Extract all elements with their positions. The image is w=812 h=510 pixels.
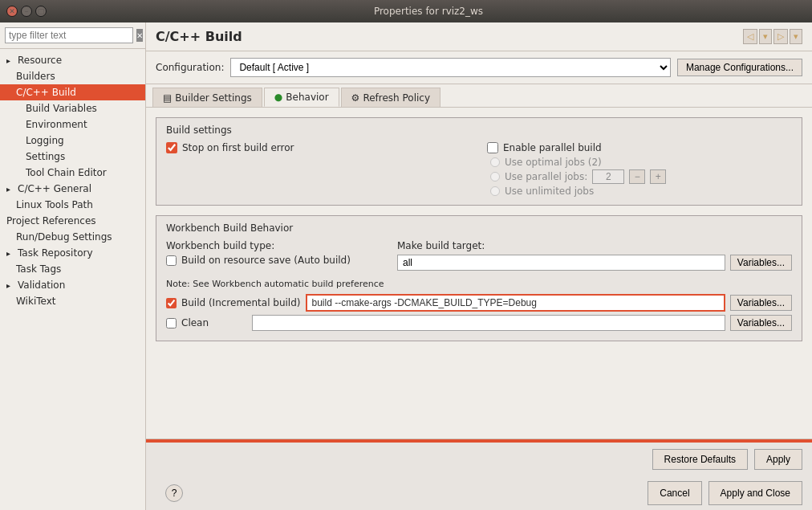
apply-button[interactable]: Apply xyxy=(754,449,802,470)
parallel-jobs-radio[interactable] xyxy=(490,172,500,182)
close-button[interactable]: ✕ xyxy=(6,6,18,17)
expand-icon: ▸ xyxy=(6,249,14,258)
sidebar-item-project-references[interactable]: Project References xyxy=(0,213,145,229)
sidebar-item-label: Validation xyxy=(18,279,65,291)
unlimited-jobs-radio[interactable] xyxy=(490,186,500,196)
unlimited-jobs-row: Use unlimited jobs xyxy=(487,186,792,197)
parallel-jobs-input[interactable] xyxy=(592,169,624,184)
clean-variables-button[interactable]: Variables... xyxy=(730,315,792,331)
optimal-jobs-label: Use optimal jobs (2) xyxy=(505,157,602,168)
sidebar-item-build-variables[interactable]: Build Variables xyxy=(0,100,145,116)
sidebar-item-wikitext[interactable]: WikiText xyxy=(0,293,145,309)
window-controls[interactable]: ✕ – □ xyxy=(6,6,47,17)
sidebar-item-ccpp-general[interactable]: ▸C/C++ General xyxy=(0,181,145,197)
expand-icon: ▸ xyxy=(6,185,14,194)
nav-back-button[interactable]: ◁ xyxy=(743,29,757,44)
sidebar-item-linux-tools-path[interactable]: Linux Tools Path xyxy=(0,197,145,213)
sidebar-item-logging[interactable]: Logging xyxy=(0,133,145,149)
sidebar-item-builders[interactable]: Builders xyxy=(0,68,145,84)
content-area: C/C++ Build ◁ ▾ ▷ ▾ Configuration: Defau… xyxy=(146,22,812,510)
window-title: Properties for rviz2_ws xyxy=(51,6,806,17)
sidebar-item-label: WikiText xyxy=(16,296,56,307)
sidebar-item-task-repository[interactable]: ▸Task Repository xyxy=(0,245,145,261)
build-settings-left: Stop on first build error xyxy=(166,142,471,198)
sidebar-item-run-debug-settings[interactable]: Run/Debug Settings xyxy=(0,229,145,245)
tabs-bar: ▤ Builder Settings ● Behavior ⚙ Refresh … xyxy=(146,84,812,108)
workbench-type-label: Workbench build type: xyxy=(166,240,391,251)
sidebar-item-label: Run/Debug Settings xyxy=(16,231,112,243)
manage-configurations-button[interactable]: Manage Configurations... xyxy=(677,59,802,76)
bottom-buttons-row: Restore Defaults Apply xyxy=(146,443,812,476)
workbench-title: Workbench Build Behavior xyxy=(166,222,792,234)
sidebar-tree: ▸ResourceBuildersC/C++ BuildBuild Variab… xyxy=(0,49,145,510)
workbench-note: Note: See Workbench automatic build pref… xyxy=(166,279,792,289)
sidebar-item-task-tags[interactable]: Task Tags xyxy=(0,261,145,277)
stop-on-error-checkbox[interactable] xyxy=(166,142,177,153)
clean-checkbox[interactable] xyxy=(166,318,177,328)
sidebar-item-label: Task Repository xyxy=(18,247,93,259)
sidebar: ✕ ▸ResourceBuildersC/C++ BuildBuild Vari… xyxy=(0,22,146,510)
optimal-jobs-radio[interactable] xyxy=(490,157,500,167)
make-target-input[interactable] xyxy=(397,255,725,271)
sidebar-item-settings[interactable]: Settings xyxy=(0,149,145,165)
build-on-save-checkbox[interactable] xyxy=(166,255,177,266)
enable-parallel-checkbox[interactable] xyxy=(487,142,498,153)
tab-builder-settings[interactable]: ▤ Builder Settings xyxy=(152,88,262,107)
sidebar-item-validation[interactable]: ▸Validation xyxy=(0,277,145,293)
navigation-arrows: ◁ ▾ ▷ ▾ xyxy=(743,29,802,44)
enable-parallel-row: Enable parallel build xyxy=(487,142,792,153)
clear-filter-button[interactable]: ✕ xyxy=(136,29,143,42)
parallel-jobs-label: Use parallel jobs: xyxy=(505,171,587,182)
sidebar-item-label: Project References xyxy=(6,215,96,226)
nav-forward-button[interactable]: ▷ xyxy=(773,29,788,44)
clean-input[interactable] xyxy=(252,315,725,331)
sidebar-item-tool-chain-editor[interactable]: Tool Chain Editor xyxy=(0,165,145,181)
sidebar-item-environment[interactable]: Environment xyxy=(0,116,145,133)
make-target-variables-button[interactable]: Variables... xyxy=(730,255,792,271)
tab-refresh-policy-label: Refresh Policy xyxy=(363,92,430,104)
tab-refresh-policy[interactable]: ⚙ Refresh Policy xyxy=(341,88,441,107)
configuration-select[interactable]: Default [ Active ] xyxy=(230,58,670,77)
restore-defaults-button[interactable]: Restore Defaults xyxy=(652,449,748,470)
build-settings-title: Build settings xyxy=(166,124,792,136)
sidebar-item-label: Settings xyxy=(26,151,65,162)
search-input[interactable] xyxy=(5,27,133,43)
sidebar-item-ccpp-build[interactable]: C/C++ Build xyxy=(0,84,145,100)
make-target-row: Variables... xyxy=(397,255,792,271)
build-on-save-label: Build on resource save (Auto build) xyxy=(181,255,351,266)
parallel-jobs-decrement[interactable]: − xyxy=(629,169,645,184)
expand-icon: ▸ xyxy=(6,281,14,290)
workbench-section: Workbench Build Behavior Workbench build… xyxy=(156,215,802,341)
sidebar-item-label: Logging xyxy=(26,135,64,146)
filter-bar: ✕ xyxy=(0,22,145,49)
sidebar-item-resource[interactable]: ▸Resource xyxy=(0,52,145,68)
behavior-icon: ● xyxy=(274,92,282,103)
incremental-checkbox[interactable] xyxy=(166,298,177,308)
incremental-variables-button[interactable]: Variables... xyxy=(730,295,792,311)
tab-builder-settings-label: Builder Settings xyxy=(175,92,251,104)
sidebar-item-label: Task Tags xyxy=(16,263,61,275)
nav-back-dropdown-button[interactable]: ▾ xyxy=(759,29,772,44)
stop-on-error-label: Stop on first build error xyxy=(182,142,294,153)
sidebar-item-label: C/C++ General xyxy=(18,183,91,194)
refresh-policy-icon: ⚙ xyxy=(351,92,360,104)
apply-and-close-button[interactable]: Apply and Close xyxy=(708,481,802,505)
configuration-row: Configuration: Default [ Active ] Manage… xyxy=(146,51,812,84)
clean-label: Clean xyxy=(181,317,209,328)
incremental-input[interactable] xyxy=(306,294,725,312)
page-title: C/C++ Build xyxy=(156,29,242,44)
minimize-button[interactable]: – xyxy=(21,6,32,17)
main-container: ✕ ▸ResourceBuildersC/C++ BuildBuild Vari… xyxy=(0,22,812,510)
titlebar: ✕ – □ Properties for rviz2_ws xyxy=(0,0,812,22)
parallel-jobs-increment[interactable]: + xyxy=(650,169,666,184)
sidebar-item-label: C/C++ Build xyxy=(16,87,76,98)
workbench-header-row: Workbench build type: Build on resource … xyxy=(166,240,792,274)
cancel-button[interactable]: Cancel xyxy=(648,481,701,505)
build-settings-section: Build settings Stop on first build error… xyxy=(156,117,802,206)
config-label: Configuration: xyxy=(156,62,224,73)
maximize-button[interactable]: □ xyxy=(35,6,47,17)
help-button[interactable]: ? xyxy=(165,484,183,502)
sidebar-item-label: Environment xyxy=(26,119,87,130)
tab-behavior[interactable]: ● Behavior xyxy=(264,88,339,107)
nav-forward-dropdown-button[interactable]: ▾ xyxy=(790,29,802,44)
